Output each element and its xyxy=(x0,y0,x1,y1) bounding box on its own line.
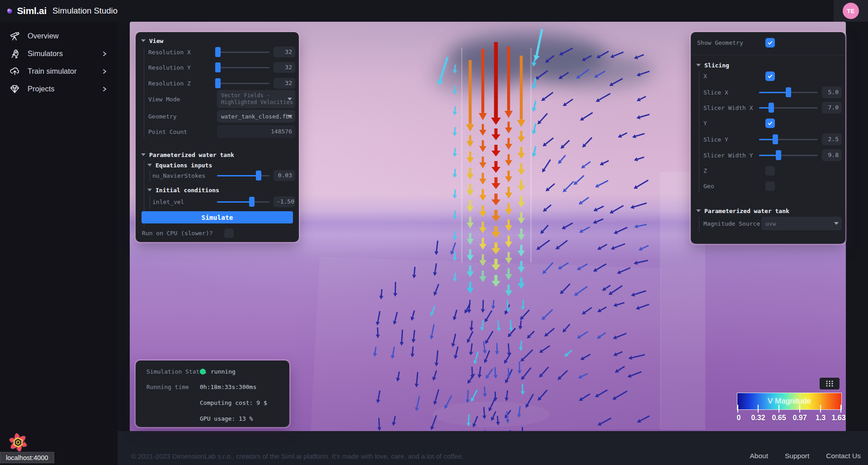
footer-link-about[interactable]: About xyxy=(750,452,769,460)
slice-y-value[interactable]: 2.5 xyxy=(822,133,842,145)
atom-flower-icon xyxy=(6,431,30,455)
gem-icon xyxy=(9,84,20,94)
slice-x-enable-row: X xyxy=(697,71,842,81)
slicing-param-section-header[interactable]: Parameterized water tank xyxy=(696,206,842,216)
slicer-width-x-value[interactable]: 7.0 xyxy=(822,102,842,114)
brand[interactable]: Siml.ai Simulation Studio xyxy=(0,5,118,16)
sidebar-item-projects[interactable]: Projects xyxy=(0,80,118,98)
resolution-y-value[interactable]: 32 xyxy=(274,62,295,73)
slider-thumb[interactable] xyxy=(215,62,221,72)
sidebar-item-overview[interactable]: Overview xyxy=(0,27,118,45)
slice-y-enable-row: Y xyxy=(697,118,842,128)
resolution-y-slider[interactable] xyxy=(217,62,269,72)
slider-thumb[interactable] xyxy=(215,47,221,57)
x-checkbox[interactable] xyxy=(765,71,775,81)
show-geometry-checkbox[interactable] xyxy=(765,38,775,47)
check-icon xyxy=(767,39,774,46)
user-avatar[interactable]: TE xyxy=(843,3,859,19)
collapse-triangle-icon xyxy=(147,189,152,191)
sidebar-item-train-simulator[interactable]: Train simulator xyxy=(0,62,118,80)
view-mode-dropdown[interactable]: Vector Fields - Highlighted Velocities xyxy=(217,90,295,108)
view-section-header[interactable]: View xyxy=(141,36,295,46)
geometry-dropdown[interactable]: water_tank_closed.fbx xyxy=(217,110,295,123)
slicer-width-y-value[interactable]: 9.8 xyxy=(822,149,842,161)
slicer-width-y-slider[interactable] xyxy=(759,150,818,160)
run-on-cpu-checkbox[interactable] xyxy=(224,228,234,238)
initial-conditions-header[interactable]: Initial conditions xyxy=(147,185,295,195)
colorbar: V Magnitude xyxy=(737,393,842,410)
sidebar-item-label: Simulators xyxy=(28,49,101,58)
top-bar: Siml.ai Simulation Studio TE xyxy=(0,0,868,22)
slider-thumb[interactable] xyxy=(215,78,221,88)
slider-thumb[interactable] xyxy=(776,150,781,160)
slider-thumb[interactable] xyxy=(249,197,255,207)
sidebar-item-simulators[interactable]: Simulators xyxy=(0,45,118,62)
slice-y-row: Slice Y 2.5 xyxy=(697,133,842,145)
run-on-cpu-label: Run on CPU (slower)? xyxy=(142,230,224,237)
collapse-triangle-icon xyxy=(147,164,152,166)
tick xyxy=(799,405,800,413)
param-section-header[interactable]: Parameterized water tank xyxy=(141,150,295,160)
sidebar-item-label: Train simulator xyxy=(28,67,101,76)
slicer-width-x-label: Slicer Width X xyxy=(697,104,759,111)
status-row: Simulation Status running xyxy=(146,366,284,377)
tick-label: 0.32 xyxy=(751,414,765,422)
running-time-row: Running time 0h:18m:33s:300ms xyxy=(146,381,284,392)
check-icon xyxy=(767,73,774,80)
chevron-down-icon xyxy=(834,222,839,225)
grid-toggle-button[interactable] xyxy=(820,378,840,389)
show-geometry-label: Show Geometry xyxy=(697,39,765,46)
resolution-z-slider[interactable] xyxy=(217,78,269,88)
resolution-x-slider[interactable] xyxy=(217,47,269,57)
tick-label: 1.63 xyxy=(831,414,845,422)
geo-label: Geo xyxy=(697,183,765,190)
inlet-vel-value[interactable]: -1.50 xyxy=(274,196,295,207)
z-checkbox[interactable] xyxy=(765,166,775,176)
slider-thumb[interactable] xyxy=(773,134,778,144)
inlet-vel-slider[interactable] xyxy=(217,197,269,207)
z-label: Z xyxy=(697,167,765,174)
y-label: Y xyxy=(697,120,765,127)
status-dot xyxy=(200,369,206,375)
computing-cost-row: Computing cost: 9 $ xyxy=(146,397,284,408)
tick-label: 0.97 xyxy=(793,414,807,422)
sidebar-item-label: Projects xyxy=(28,85,101,93)
param-section-title: Parameterized water tank xyxy=(149,152,234,158)
slice-x-label: Slice X xyxy=(697,89,759,96)
equations-section-header[interactable]: Equations inputs xyxy=(147,160,295,170)
slicing-section-header[interactable]: Slicing xyxy=(696,60,842,70)
chevron-right-icon xyxy=(101,51,108,57)
slicer-width-y-row: Slicer Width Y 9.8 xyxy=(697,149,842,161)
nu-navierstokes-label: nu_NavierStokes xyxy=(142,172,217,179)
geometry-label: Geometry xyxy=(142,113,217,120)
magnitude-source-dropdown[interactable]: uvw xyxy=(761,217,842,230)
footer-link-support[interactable]: Support xyxy=(785,452,809,460)
simulation-status-panel: Simulation Status running Running time 0… xyxy=(136,361,289,427)
resolution-x-value[interactable]: 32 xyxy=(274,47,295,57)
slice-y-slider[interactable] xyxy=(759,134,818,144)
slider-thumb[interactable] xyxy=(256,171,261,180)
slider-thumb[interactable] xyxy=(786,87,791,97)
nu-navierstokes-slider[interactable] xyxy=(217,171,269,180)
view-panel: View Resolution X 32 Resolution Y 32 Res… xyxy=(136,32,299,242)
slider-thumb[interactable] xyxy=(769,103,774,113)
collapse-triangle-icon xyxy=(696,209,701,212)
initial-conditions-title: Initial conditions xyxy=(156,187,219,194)
resolution-z-value[interactable]: 32 xyxy=(274,78,295,89)
point-count-row: Point Count 148576 xyxy=(142,125,295,138)
simulate-button[interactable]: Simulate xyxy=(142,211,293,223)
running-time-value: 0h:18m:33s:300ms xyxy=(200,384,256,390)
slice-x-value[interactable]: 5.0 xyxy=(822,86,842,98)
y-checkbox[interactable] xyxy=(765,119,775,128)
column-guide-line xyxy=(530,48,532,263)
cloud-upload-icon xyxy=(9,66,20,76)
chevron-down-icon xyxy=(288,115,292,118)
magnitude-source-label: Magnitude Source xyxy=(697,220,761,227)
show-geometry-row: Show Geometry xyxy=(697,37,842,48)
slicing-param-section-title: Parameterized water tank xyxy=(704,208,789,214)
nu-navierstokes-value[interactable]: 0.03 xyxy=(274,170,295,181)
slicer-width-x-slider[interactable] xyxy=(759,103,818,113)
footer-link-contact[interactable]: Contact Us xyxy=(826,452,861,460)
slice-x-slider[interactable] xyxy=(759,87,818,97)
geo-checkbox[interactable] xyxy=(765,181,775,191)
